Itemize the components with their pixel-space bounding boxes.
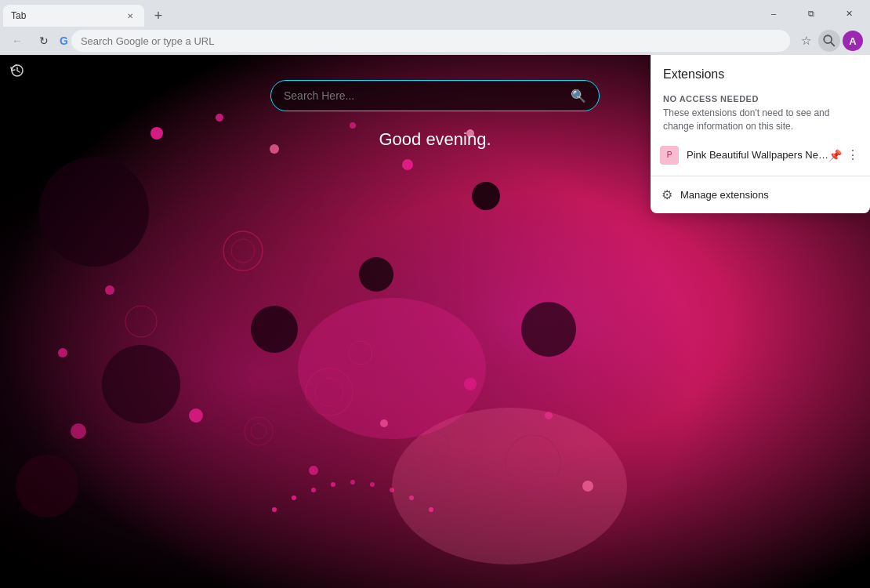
svg-point-37 [331, 482, 335, 487]
tab-bar: Tab ✕ + – ⧉ ✕ [0, 0, 870, 27]
no-access-label: No access needed [663, 94, 857, 103]
search-icon: 🔍 [571, 89, 586, 103]
reload-button[interactable]: ↻ [33, 30, 55, 52]
browser-chrome: Tab ✕ + – ⧉ ✕ ← ↻ G ☆ [0, 0, 870, 55]
search-bar[interactable]: 🔍 [270, 80, 600, 111]
back-button[interactable]: ← [6, 30, 28, 52]
close-window-button[interactable]: ✕ [831, 3, 867, 24]
popup-divider [651, 176, 870, 176]
extension-item-0[interactable]: P Pink Beautiful Wallpapers New... 📌 ⋮ [651, 141, 870, 169]
extensions-icon-button[interactable] [818, 30, 840, 52]
svg-point-5 [102, 345, 180, 423]
history-button[interactable] [9, 64, 25, 80]
svg-point-35 [292, 495, 296, 500]
extension-pin-icon-0[interactable]: 📌 [828, 149, 842, 162]
url-input[interactable] [71, 30, 790, 52]
gear-icon: ⚙ [662, 187, 672, 202]
svg-point-26 [189, 408, 203, 423]
minimize-button[interactable]: – [756, 3, 792, 24]
window-controls: – ⧉ ✕ [756, 3, 870, 24]
svg-line-1 [831, 42, 834, 45]
svg-point-32 [71, 423, 86, 439]
manage-extensions-row[interactable]: ⚙ Manage extensions [651, 183, 870, 207]
bookmark-icon-button[interactable]: ☆ [795, 30, 817, 52]
svg-point-36 [311, 488, 316, 492]
svg-point-7 [251, 306, 298, 353]
tab-close-button[interactable]: ✕ [124, 9, 136, 22]
google-logo: G [60, 34, 68, 47]
svg-point-20 [216, 114, 223, 122]
address-bar: ← ↻ G ☆ A [0, 27, 870, 55]
no-access-description: These extensions don't need to see and c… [663, 107, 857, 133]
tab-title: Tab [11, 10, 121, 21]
extension-name-0: Pink Beautiful Wallpapers New... [687, 149, 828, 161]
maximize-button[interactable]: ⧉ [793, 3, 829, 24]
profile-avatar: A [843, 31, 863, 51]
svg-point-8 [359, 257, 393, 292]
svg-point-38 [350, 480, 355, 485]
profile-button[interactable]: A [842, 30, 864, 52]
active-tab[interactable]: Tab ✕ [3, 5, 144, 27]
new-tab-button[interactable]: + [147, 5, 169, 27]
extensions-popup: Extensions No access needed These extens… [651, 55, 870, 213]
svg-point-27 [309, 466, 318, 475]
page-search-container: 🔍 [270, 80, 600, 111]
main-content: 🔍 Good evening. Extensions No access nee… [0, 55, 870, 588]
history-icon [9, 64, 25, 77]
svg-point-6 [16, 455, 78, 517]
svg-point-33 [58, 348, 67, 358]
svg-point-10 [521, 302, 576, 357]
svg-point-25 [105, 285, 114, 295]
svg-point-47 [392, 408, 627, 564]
no-access-section: No access needed These extensions don't … [651, 88, 870, 133]
svg-point-22 [350, 122, 356, 129]
svg-point-23 [402, 159, 413, 170]
svg-point-34 [272, 507, 277, 512]
svg-point-4 [39, 157, 149, 267]
svg-point-39 [370, 482, 375, 487]
greeting-text: Good evening. [379, 129, 491, 150]
svg-point-21 [270, 144, 279, 154]
magnifier-icon [822, 34, 836, 48]
toolbar-icons: ☆ A [795, 30, 864, 52]
extension-menu-button-0[interactable]: ⋮ [845, 146, 861, 164]
popup-title: Extensions [651, 55, 870, 88]
svg-point-9 [472, 182, 500, 210]
manage-extensions-label: Manage extensions [680, 189, 769, 201]
svg-point-19 [150, 127, 163, 140]
extension-icon-0: P [660, 146, 679, 165]
page-search-input[interactable] [284, 89, 571, 102]
